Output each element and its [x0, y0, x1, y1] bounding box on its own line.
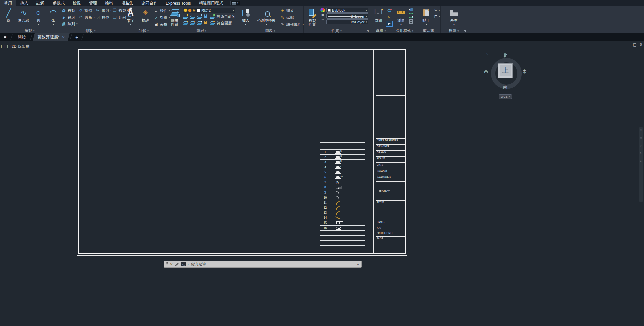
dialog-launcher-icon[interactable]: ◥ [367, 30, 369, 33]
nav-tool-icon[interactable]: ⌕ [640, 144, 642, 147]
ribbon-overflow-button[interactable]: ▾ [230, 1, 240, 5]
modify-stretch-button[interactable]: ◿拉伸 [95, 14, 112, 20]
panel-label-modify[interactable]: 修改 [59, 28, 122, 33]
layer-unlock-tool-icon[interactable] [204, 22, 207, 24]
insert-block-button[interactable]: 插入▼ [239, 7, 252, 28]
group-button[interactable]: ✦ 群組 [372, 7, 385, 28]
calculator-icon[interactable] [409, 19, 413, 24]
menu-tab[interactable]: 協同合作 [137, 0, 162, 6]
viewport-controls[interactable]: [-][上][2D 線架構] [1, 44, 30, 49]
viewcube-east-label[interactable]: 東 [522, 69, 527, 75]
lineweight-dropdown[interactable]: ByLayer ▾ [326, 13, 368, 19]
select-all-icon[interactable] [409, 13, 413, 18]
lineweight-icon[interactable]: ≡ [321, 14, 324, 17]
expand-history-icon[interactable]: ▲ [357, 263, 359, 266]
viewcube-home-icon[interactable]: ⌂ [486, 52, 488, 56]
tab-start[interactable]: 開始 [13, 33, 30, 41]
nav-tool-icon[interactable]: ↻ [640, 152, 642, 155]
close-icon[interactable]: ✕ [639, 42, 643, 47]
modify-mirror-button[interactable]: ◭鏡射 [61, 14, 78, 20]
dialog-launcher-icon[interactable]: ◥ [464, 30, 466, 33]
layer-off-icon[interactable] [183, 14, 188, 19]
ungroup-button[interactable] [386, 8, 393, 14]
panel-label-block[interactable]: 圖塊 [237, 28, 303, 33]
arc-button[interactable]: ◠ 弧▼ [46, 7, 60, 28]
panel-label-layers[interactable]: 圖層 [166, 28, 237, 33]
wcs-dropdown[interactable]: WCS [499, 94, 512, 99]
dimension-button[interactable]: ✳ 標註 [139, 7, 152, 28]
detect-convert-button[interactable]: 偵測並轉換▼ [254, 7, 279, 28]
menu-tab[interactable]: 輸出 [101, 0, 117, 6]
layer-dropdown[interactable]: 图层2 ▾ [183, 8, 235, 13]
nav-tool-icon[interactable]: ▸ [640, 160, 642, 163]
modify-rotate-button[interactable]: ↻旋轉 [78, 7, 95, 13]
command-bar[interactable]: ✕ >_ ▾ 鍵入指令 ▲ [164, 261, 362, 268]
menu-tab[interactable]: 參數式 [48, 0, 69, 6]
viewcube-west-label[interactable]: 西 [484, 69, 488, 75]
menu-tab[interactable]: 常用 [0, 0, 16, 6]
base-view-button[interactable]: 基準▼ [447, 7, 461, 28]
modify-trim-button[interactable]: ✂修剪▾ [95, 7, 112, 13]
hamburger-menu-icon[interactable]: ≡ [0, 33, 10, 41]
linetype-dropdown[interactable]: ByLayer ▾ [326, 19, 368, 24]
menu-tab[interactable]: Express Tools [162, 0, 195, 6]
paste-button[interactable]: 貼上▼ [419, 7, 433, 28]
minimize-icon[interactable]: ─ [626, 42, 630, 47]
menu-tab[interactable]: 精選應用程式 [195, 0, 227, 6]
restore-icon[interactable]: ▢ [633, 42, 637, 47]
layer-thaw-icon[interactable] [190, 21, 195, 25]
text-button[interactable]: A 文字▼ [124, 7, 137, 28]
color-wheel-icon[interactable] [320, 8, 325, 12]
measure-button[interactable]: 測量▼ [394, 7, 408, 28]
polyline-button[interactable]: ∿ 聚合線 [17, 7, 30, 28]
circle-button[interactable]: ○ 圓▼ [32, 7, 45, 28]
edit-block-button[interactable]: ✎ 編輯 [280, 14, 304, 21]
copy-clip-button[interactable]: ❐▾ [434, 14, 440, 19]
panel-label-draw[interactable]: 繪製 [0, 28, 59, 33]
layer-isolate-icon[interactable] [190, 14, 195, 19]
command-prompt-icon[interactable]: >_ [181, 262, 186, 266]
panel-label-properties[interactable]: 性質 [304, 28, 370, 33]
drag-grip-icon[interactable] [166, 262, 168, 266]
set-current-label[interactable]: 設為目前的 [217, 14, 235, 19]
panel-label-clipboard[interactable]: 剪貼簿 [417, 28, 440, 33]
modify-array-button[interactable]: ⠿陣列▾ [61, 21, 78, 27]
linetype-icon[interactable]: ┅ [321, 18, 324, 21]
tab-close-icon[interactable]: ✕ [62, 35, 65, 39]
nav-tool-icon[interactable]: ◎ [640, 129, 642, 132]
cut-button[interactable]: ✂▾ [434, 8, 440, 12]
navigation-bar[interactable]: ◎✥⌕↻▸ [639, 127, 643, 202]
panel-label-annotation[interactable]: 註解 [122, 28, 166, 33]
menu-tab[interactable]: 註解 [32, 0, 48, 6]
match-properties-button[interactable]: 複製 性質 [306, 7, 319, 28]
line-button[interactable]: ╱ 線 [2, 7, 15, 28]
layer-unlock-icon[interactable] [197, 21, 202, 25]
match-layer-label[interactable]: 符合圖層 [217, 21, 232, 26]
nav-tool-icon[interactable]: ✥ [640, 137, 642, 140]
viewcube-south-label[interactable]: 南 [503, 84, 507, 90]
panel-label-utilities[interactable]: 公用程式 [392, 28, 417, 33]
customize-wrench-icon[interactable] [175, 262, 179, 266]
menu-tab[interactable]: 插入 [16, 0, 32, 6]
drawing-canvas[interactable]: [-][上][2D 線架構] ─ ▢ ✕ CHIEF DESIGNERDESIG… [0, 41, 644, 326]
viewcube-north-label[interactable]: 北 [503, 53, 507, 59]
modify-move-button[interactable]: ✥移動 [61, 7, 78, 13]
modify-fillet-button[interactable]: ◠圓角▾ [78, 14, 95, 20]
object-color-dropdown[interactable]: ByBlock ▾ [326, 8, 368, 13]
layer-properties-button[interactable]: 圖層 性質 [168, 7, 181, 28]
create-block-button[interactable]: ✦ 建立 [280, 8, 304, 14]
panel-label-view[interactable]: 視圖 [441, 28, 467, 33]
menu-tab[interactable]: 管理 [85, 0, 101, 6]
quick-select-icon[interactable] [409, 8, 413, 12]
close-command-icon[interactable]: ✕ [170, 262, 173, 266]
tab-drawing-active[interactable]: 萇線芀睫瘍* ✕ [33, 33, 70, 41]
layer-freeze-icon[interactable] [197, 14, 202, 19]
panel-label-groups[interactable]: 群組 [370, 28, 392, 33]
viewcube-top-face[interactable]: 上 [498, 63, 513, 78]
menu-tab[interactable]: 增益集 [117, 0, 137, 6]
layer-lock-tool-icon[interactable] [204, 16, 207, 18]
group-selection-toggle[interactable]: ➤ [386, 21, 393, 27]
group-edit-button[interactable]: ✎ [386, 14, 393, 20]
menu-tab[interactable]: 檢視 [69, 0, 85, 6]
edit-attributes-button[interactable]: ✎ 編輯屬性▾ [280, 21, 304, 27]
